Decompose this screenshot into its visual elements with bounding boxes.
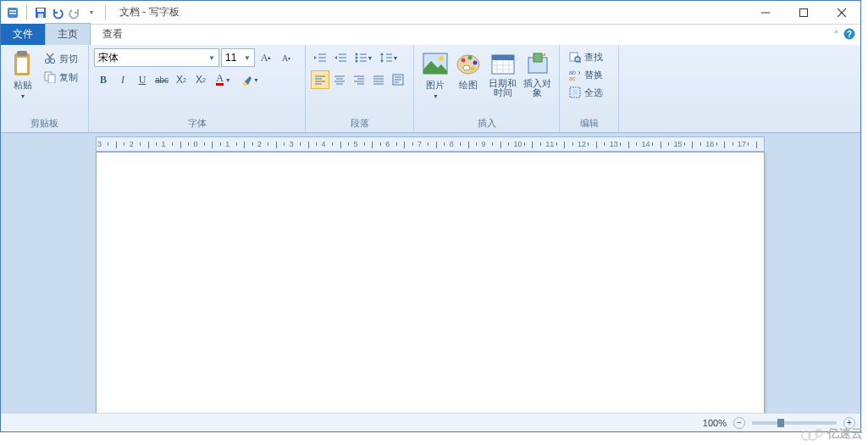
svg-point-61: [468, 56, 473, 60]
svg-rect-1: [9, 10, 16, 12]
line-spacing-button[interactable]: ▼: [377, 48, 401, 67]
horizontal-ruler[interactable]: 32101234567891011121314151617: [96, 136, 765, 152]
svg-rect-4: [37, 8, 44, 12]
svg-rect-13: [17, 51, 27, 56]
svg-rect-80: [572, 90, 578, 95]
ribbon: 粘贴 ▼ 剪切 复制: [1, 45, 860, 133]
decrease-indent-button[interactable]: [311, 48, 329, 67]
copy-button[interactable]: 复制: [40, 69, 81, 86]
insert-paint-button[interactable]: 绘图: [452, 48, 485, 93]
tab-file[interactable]: 文件: [1, 24, 45, 45]
svg-point-64: [463, 65, 470, 70]
font-color-button[interactable]: A▼: [211, 70, 236, 89]
font-size-combo[interactable]: 11▼: [221, 48, 255, 67]
group-clipboard-label: 剪贴板: [6, 117, 83, 132]
status-bar: 100% − +: [1, 413, 860, 431]
svg-point-58: [439, 56, 444, 61]
superscript-button[interactable]: X2: [191, 70, 210, 89]
insert-object-button[interactable]: 插入对象: [521, 48, 554, 99]
picture-icon: [422, 50, 449, 77]
zoom-out-button[interactable]: −: [733, 417, 745, 429]
collapse-ribbon-icon[interactable]: ˄: [834, 30, 838, 39]
wordpad-window: ▾ 文档 - 写字板 文件 主页 查看 ˄ ?: [0, 0, 861, 432]
grow-font-button[interactable]: A▴: [257, 48, 275, 67]
group-clipboard: 粘贴 ▼ 剪切 复制: [1, 45, 89, 132]
paragraph-dialog-button[interactable]: [389, 70, 407, 89]
align-justify-button[interactable]: [369, 70, 388, 89]
group-font-label: 字体: [94, 117, 300, 132]
save-icon[interactable]: [34, 6, 47, 19]
svg-point-28: [355, 57, 357, 59]
italic-button[interactable]: I: [113, 70, 132, 89]
align-center-button[interactable]: [330, 70, 349, 89]
svg-rect-66: [492, 55, 514, 60]
close-button[interactable]: [822, 1, 860, 25]
svg-rect-20: [48, 75, 55, 83]
group-editing-label: 编辑: [565, 117, 613, 132]
svg-point-60: [462, 58, 466, 63]
strikethrough-button[interactable]: abc: [152, 70, 171, 89]
svg-point-62: [473, 61, 478, 65]
select-all-icon: [568, 86, 582, 99]
align-left-button[interactable]: [311, 70, 329, 89]
zoom-slider[interactable]: [752, 421, 837, 425]
paste-label: 粘贴: [14, 79, 32, 92]
svg-text:ac: ac: [569, 75, 576, 81]
cut-button[interactable]: 剪切: [40, 50, 81, 67]
svg-text:ab: ab: [569, 70, 576, 75]
svg-rect-73: [534, 53, 542, 62]
svg-rect-5: [38, 14, 43, 18]
highlight-button[interactable]: ▼: [237, 70, 263, 89]
replace-button[interactable]: abac 替换: [565, 66, 606, 83]
insert-picture-button[interactable]: 图片 ▼: [419, 48, 452, 101]
font-family-combo[interactable]: 宋体▼: [94, 48, 219, 67]
group-insert: 图片 ▼ 绘图 日期和时间: [414, 45, 560, 132]
insert-datetime-button[interactable]: 日期和时间: [485, 48, 522, 99]
paste-icon: [9, 50, 36, 77]
workspace[interactable]: 32101234567891011121314151617: [1, 133, 860, 413]
group-paragraph-label: 段落: [311, 117, 408, 132]
tab-view[interactable]: 查看: [91, 24, 135, 45]
bold-button[interactable]: B: [94, 70, 113, 89]
underline-button[interactable]: U: [133, 70, 152, 89]
quick-access-toolbar: ▾: [1, 5, 114, 20]
minimize-button[interactable]: [746, 1, 784, 25]
svg-text:?: ?: [847, 30, 852, 39]
zoom-level: 100%: [703, 418, 727, 428]
group-paragraph: ▼ ▼: [306, 45, 414, 132]
svg-point-29: [355, 60, 357, 63]
paste-button[interactable]: 粘贴 ▼: [6, 48, 40, 101]
svg-point-27: [355, 53, 357, 56]
subscript-button[interactable]: X2: [172, 70, 191, 89]
calendar-icon: [489, 50, 517, 77]
watermark: 亿速云: [800, 426, 863, 442]
group-insert-label: 插入: [419, 117, 554, 132]
qat-dropdown-icon[interactable]: ▾: [85, 6, 98, 19]
select-all-button[interactable]: 全选: [565, 84, 606, 101]
svg-rect-14: [17, 58, 27, 73]
help-icon[interactable]: ?: [843, 28, 855, 40]
paint-icon: [455, 50, 482, 77]
svg-line-76: [579, 61, 581, 63]
align-right-button[interactable]: [350, 70, 368, 89]
find-icon: [568, 50, 582, 64]
copy-icon: [43, 70, 57, 84]
replace-icon: abac: [568, 68, 582, 81]
tab-home[interactable]: 主页: [45, 23, 91, 45]
window-title: 文档 - 写字板: [114, 5, 746, 19]
ribbon-tabs: 文件 主页 查看 ˄ ?: [1, 25, 860, 45]
bullets-button[interactable]: ▼: [351, 48, 375, 67]
scissors-icon: [43, 52, 57, 65]
shrink-font-button[interactable]: A▾: [277, 48, 296, 67]
object-icon: [524, 50, 551, 77]
increase-indent-button[interactable]: [331, 48, 350, 67]
svg-rect-7: [799, 8, 807, 16]
redo-icon[interactable]: [68, 6, 81, 19]
document-page[interactable]: [96, 152, 765, 413]
undo-icon[interactable]: [51, 6, 64, 19]
maximize-button[interactable]: [784, 1, 822, 25]
group-font: 宋体▼ 11▼ A▴ A▾ B I U abc X2 X2 A▼: [89, 45, 306, 132]
find-button[interactable]: 查找: [565, 48, 606, 65]
title-bar: ▾ 文档 - 写字板: [1, 1, 860, 25]
group-editing: 查找 abac 替换 全选 编辑: [560, 45, 619, 132]
